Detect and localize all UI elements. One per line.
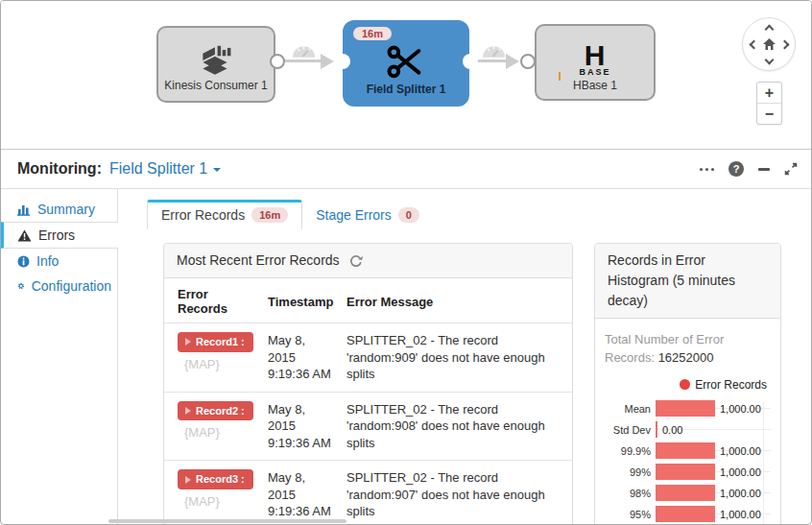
horizontal-scrollbar[interactable] xyxy=(108,519,346,523)
validation-mark xyxy=(559,72,561,81)
sidebar: Summary Errors Info xyxy=(1,189,118,524)
record-type: {MAP} xyxy=(184,424,256,441)
table-row: Record2 : {MAP} May 8, 2015 9:19:36 AM S… xyxy=(164,392,572,461)
sidebar-item-errors[interactable]: Errors xyxy=(1,222,118,249)
stage-hbase[interactable]: H BASE HBase 1 xyxy=(535,24,656,101)
tab-badge: 16m xyxy=(251,207,288,223)
tab-badge: 0 xyxy=(398,207,419,223)
column-header: Timestamp xyxy=(262,278,341,323)
panel-title: Most Recent Error Records xyxy=(164,244,572,278)
bar-row: 98% 1,000.00 xyxy=(605,483,771,504)
pan-left-icon[interactable] xyxy=(750,40,759,50)
table-row: Record3 : {MAP} May 8, 2015 9:19:36 AM S… xyxy=(164,461,572,524)
bar xyxy=(656,464,715,480)
input-port[interactable] xyxy=(520,54,536,69)
record-expand-button[interactable]: Record1 : xyxy=(178,332,253,352)
bar-row: Mean 1,000.00 xyxy=(605,398,771,419)
help-icon[interactable]: ? xyxy=(728,161,744,177)
pan-up-icon[interactable] xyxy=(765,25,775,35)
bar xyxy=(656,506,715,522)
edge-line xyxy=(477,60,510,62)
monitoring-content: Summary Errors Info xyxy=(1,189,811,524)
edge-arrowhead xyxy=(321,54,334,69)
tab-error-records[interactable]: Error Records 16m xyxy=(147,200,302,229)
play-icon xyxy=(185,338,191,346)
column-header: Error Records xyxy=(164,278,262,323)
edge-arrowhead xyxy=(506,54,519,69)
error-histogram-panel: Records in Error Histogram (5 minutes de… xyxy=(594,243,781,524)
minimize-icon[interactable] xyxy=(758,168,770,171)
expand-icon[interactable] xyxy=(784,162,798,176)
pipeline-canvas[interactable]: Kinesis Consumer 1 16m Field Splitter 1 … xyxy=(1,1,811,150)
monitoring-title: Monitoring: xyxy=(17,160,102,178)
sidebar-item-summary[interactable]: Summary xyxy=(1,197,117,222)
sidebar-item-configuration[interactable]: Configuration xyxy=(1,274,117,298)
legend-dot-icon xyxy=(680,379,690,390)
chart-legend: Error Records xyxy=(605,378,767,392)
refresh-icon[interactable] xyxy=(349,254,363,268)
pan-right-icon[interactable] xyxy=(780,40,790,50)
table-row: Record1 : {MAP} May 8, 2015 9:19:36 AM S… xyxy=(164,323,572,393)
bar xyxy=(656,400,715,417)
tab-bar: Error Records 16m Stage Errors 0 xyxy=(147,200,811,229)
timestamp-cell: May 8, 2015 9:19:36 AM xyxy=(262,323,341,393)
sidebar-item-info[interactable]: Info xyxy=(1,249,117,274)
zoom-out-button[interactable]: − xyxy=(757,104,781,125)
error-records-table: Error Records Timestamp Error Message Re… xyxy=(164,278,572,524)
gear-icon xyxy=(17,279,25,293)
record-expand-button[interactable]: Record2 : xyxy=(178,401,253,421)
total-error-records: Total Number of Error Records: 16252000 xyxy=(605,331,771,368)
bar xyxy=(656,442,715,459)
output-port[interactable] xyxy=(270,54,285,69)
home-icon[interactable] xyxy=(762,37,776,51)
main-area: Error Records 16m Stage Errors 0 Most Re… xyxy=(118,189,811,524)
timestamp-cell: May 8, 2015 9:19:36 AM xyxy=(262,392,341,461)
caret-down-icon xyxy=(213,168,221,172)
timestamp-cell: May 8, 2015 9:19:36 AM xyxy=(262,461,341,524)
bar xyxy=(656,485,715,501)
error-histogram-chart: Mean 1,000.00 Std Dev 0.00 99.9% 1,000.0… xyxy=(605,398,771,524)
bar-chart-icon xyxy=(17,203,31,216)
play-icon xyxy=(185,476,191,484)
record-type: {MAP} xyxy=(184,356,256,373)
pan-control[interactable] xyxy=(742,17,796,71)
hbase-logo: H BASE xyxy=(579,41,610,77)
bar-row: Std Dev 0.00 xyxy=(605,419,771,441)
stage-label: HBase 1 xyxy=(573,79,617,99)
stage-selector-dropdown[interactable]: Field Splitter 1 xyxy=(109,160,221,178)
scissors-icon xyxy=(384,43,428,82)
output-port[interactable] xyxy=(463,54,478,69)
play-icon xyxy=(185,407,191,415)
column-header: Error Message xyxy=(341,278,572,323)
gauge-icon xyxy=(482,42,506,59)
stage-label: Field Splitter 1 xyxy=(367,83,446,105)
info-icon xyxy=(17,255,30,268)
bar-row: 99.9% 1,000.00 xyxy=(605,441,771,462)
gauge-icon xyxy=(292,42,316,59)
error-message-cell: SPLITTER_02 - The record 'random:909' do… xyxy=(341,323,572,393)
error-records-panel: Most Recent Error Records Error Records xyxy=(163,243,573,524)
record-type: {MAP} xyxy=(184,493,256,511)
zoom-in-button[interactable]: + xyxy=(757,83,781,104)
bar-row: 95% 1,000.00 xyxy=(605,504,771,524)
zoom-control: + − xyxy=(756,82,782,125)
panel-title: Records in Error Histogram (5 minutes de… xyxy=(595,244,780,319)
kinesis-icon xyxy=(196,44,236,77)
bar xyxy=(656,421,657,438)
stage-kinesis-consumer[interactable]: Kinesis Consumer 1 xyxy=(156,26,275,103)
record-expand-button[interactable]: Record3 : xyxy=(178,469,253,489)
warning-icon xyxy=(17,229,32,242)
input-port[interactable] xyxy=(335,54,350,69)
error-count-badge: 16m xyxy=(353,27,392,40)
bar-row: 99% 1,000.00 xyxy=(605,462,771,483)
pan-down-icon[interactable] xyxy=(765,56,775,65)
error-message-cell: SPLITTER_02 - The record 'random:907' do… xyxy=(341,461,572,524)
app-window: Kinesis Consumer 1 16m Field Splitter 1 … xyxy=(0,0,812,525)
stage-label: Kinesis Consumer 1 xyxy=(164,79,267,101)
monitoring-bar: Monitoring: Field Splitter 1 ? xyxy=(1,150,811,189)
error-message-cell: SPLITTER_02 - The record 'random:908' do… xyxy=(341,392,572,461)
stage-field-splitter[interactable]: 16m Field Splitter 1 xyxy=(343,20,469,107)
tab-stage-errors[interactable]: Stage Errors 0 xyxy=(302,200,433,229)
more-options-icon[interactable] xyxy=(700,164,714,175)
edge-line xyxy=(283,60,323,62)
